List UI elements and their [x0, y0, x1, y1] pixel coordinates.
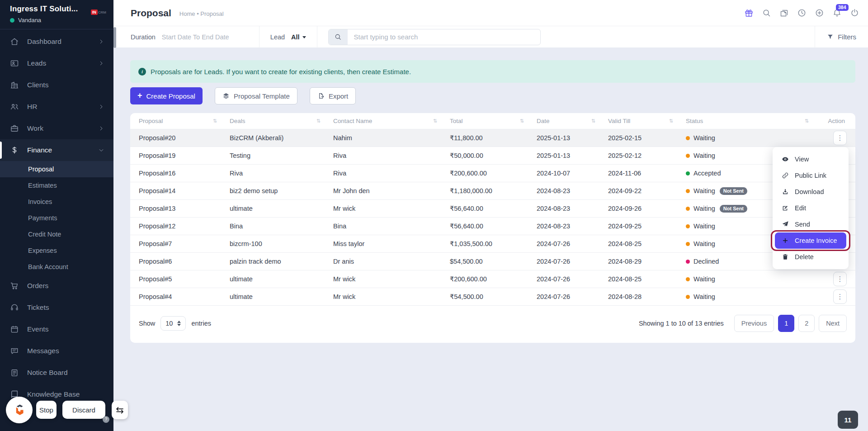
create-proposal-button[interactable]: + Create Proposal — [130, 87, 203, 104]
lead-dropdown[interactable]: All — [291, 33, 306, 41]
table-row[interactable]: Proposal#16RivaRiva₹200,600.002024-10-07… — [130, 165, 855, 182]
column-header-proposal[interactable]: Proposal⇅ — [139, 118, 230, 124]
sidebar-item-label: Finance — [27, 146, 52, 154]
sidebar-subitem-bank-account[interactable]: Bank Account — [0, 259, 113, 275]
status-label: Waiting — [693, 275, 715, 283]
sidebar-subitem-expenses[interactable]: Expenses — [0, 242, 113, 259]
row-actions-button[interactable]: ⋮ — [833, 272, 847, 286]
divider — [259, 26, 259, 48]
plus-circle-icon[interactable] — [815, 8, 824, 18]
column-header-action[interactable]: Action — [821, 118, 847, 124]
column-header-deals[interactable]: Deals⇅ — [230, 118, 333, 124]
column-header-status[interactable]: Status⇅ — [686, 118, 821, 124]
column-header-valid-till[interactable]: Valid Till⇅ — [608, 118, 686, 124]
cell-total: ₹56,640.00 — [450, 205, 537, 212]
sidebar-subitem-estimates[interactable]: Estimates — [0, 177, 113, 194]
page-1-button[interactable]: 1 — [778, 315, 794, 332]
status-label: Waiting — [693, 187, 715, 194]
sidebar-item-hr[interactable]: HR — [0, 96, 113, 118]
cell-proposal: Proposal#19 — [139, 152, 230, 159]
recorder-logo-button[interactable] — [6, 397, 33, 423]
help-badge: ? — [103, 416, 109, 423]
sidebar-item-dashboard[interactable]: Dashboard — [0, 31, 113, 52]
table-row[interactable]: Proposal#6palzin track demoDr anis$54,50… — [130, 253, 855, 270]
menu-item-create-invoice[interactable]: Create Invoice — [775, 232, 846, 249]
cell-date: 2024-07-26 — [537, 240, 608, 247]
sidebar: Ingress IT Soluti... Vandana INCRM Dashb… — [0, 0, 113, 431]
search-input[interactable] — [348, 33, 540, 41]
cell-date: 2024-08-23 — [537, 223, 608, 230]
menu-item-view[interactable]: View — [773, 151, 849, 167]
sidebar-item-events[interactable]: Events — [0, 318, 113, 340]
table-row[interactable]: Proposal#5ultimateMr wick₹200,600.002024… — [130, 270, 855, 288]
column-header-date[interactable]: Date⇅ — [537, 118, 608, 124]
status-label: Accepted — [693, 170, 721, 177]
sidebar-scrollbar[interactable] — [113, 27, 116, 48]
stop-button[interactable]: Stop — [36, 401, 57, 419]
row-actions-button[interactable]: ⋮ — [833, 289, 847, 304]
chevron-right-icon — [98, 104, 104, 110]
sidebar-subitem-credit-note[interactable]: Credit Note — [0, 226, 113, 242]
plus-icon: + — [137, 91, 142, 99]
menu-item-edit[interactable]: Edit — [773, 200, 849, 216]
table-row[interactable]: Proposal#12BinaBina₹56,640.002024-08-232… — [130, 218, 855, 235]
status-dot-icon — [686, 207, 690, 211]
not-sent-badge: Not Sent — [720, 187, 747, 195]
table-row[interactable]: Proposal#7bizcrm-100Miss taylor₹1,035,50… — [130, 235, 855, 253]
gift-icon[interactable] — [744, 8, 754, 18]
not-sent-badge: Not Sent — [720, 205, 747, 213]
sidebar-item-finance[interactable]: Finance — [0, 139, 113, 161]
swap-button[interactable]: ⇆ — [112, 401, 128, 419]
table-row[interactable]: Proposal#13ultimateMr wick₹56,640.002024… — [130, 200, 855, 218]
clock-icon[interactable] — [797, 8, 807, 18]
table-row[interactable]: Proposal#19TestingRiva₹50,000.002025-01-… — [130, 147, 855, 165]
filter-bar: Duration Lead All Filters — [113, 26, 868, 47]
menu-item-public-link[interactable]: Public Link — [773, 167, 849, 184]
sidebar-subitem-invoices[interactable]: Invoices — [0, 194, 113, 210]
page-size-select[interactable]: 10 — [160, 316, 186, 331]
menu-item-download[interactable]: Download — [773, 184, 849, 200]
row-actions-button[interactable]: ⋮ — [833, 131, 847, 145]
trash-icon — [782, 253, 789, 260]
table-row[interactable]: Proposal#14biz2 demo setupMr John den₹1,… — [130, 182, 855, 200]
swap-icon: ⇆ — [116, 405, 124, 416]
table-row[interactable]: Proposal#4ultimateMr wick₹54,500.002024-… — [130, 288, 855, 306]
next-page-button[interactable]: Next — [819, 315, 847, 332]
column-header-total[interactable]: Total⇅ — [450, 118, 537, 124]
table-row[interactable]: Proposal#20BizCRM (Akberali)Nahim₹11,800… — [130, 129, 855, 147]
sidebar-item-messages[interactable]: Messages — [0, 340, 113, 362]
search-icon[interactable] — [762, 8, 771, 18]
cell-proposal: Proposal#4 — [139, 293, 230, 300]
sidebar-subitem-proposal[interactable]: Proposal — [0, 161, 113, 177]
proposal-template-button[interactable]: Proposal Template — [215, 87, 297, 104]
eye-icon — [782, 156, 789, 163]
cell-deals: biz2 demo setup — [230, 187, 333, 194]
export-label: Export — [329, 92, 348, 100]
notes-icon[interactable] — [779, 8, 789, 18]
sidebar-item-leads[interactable]: Leads — [0, 52, 113, 74]
duration-input[interactable] — [162, 33, 259, 41]
power-icon[interactable] — [850, 8, 859, 18]
menu-item-send[interactable]: Send — [773, 216, 849, 232]
sidebar-item-work[interactable]: Work — [0, 118, 113, 139]
column-header-contact-name[interactable]: Contact Name⇅ — [333, 118, 450, 124]
export-button[interactable]: Export — [310, 87, 356, 104]
sidebar-item-clients[interactable]: Clients — [0, 74, 113, 96]
info-banner: i Proposals are for Leads. If you want t… — [130, 60, 855, 83]
sidebar-item-tickets[interactable]: Tickets — [0, 297, 113, 318]
sidebar-item-notice-board[interactable]: Notice Board — [0, 362, 113, 384]
bell-icon[interactable]: 384 — [832, 8, 842, 18]
sidebar-item-label: Work — [27, 124, 43, 133]
proposal-table-card: Proposal⇅Deals⇅Contact Name⇅Total⇅Date⇅V… — [130, 113, 855, 343]
content: i Proposals are for Leads. If you want t… — [113, 47, 868, 343]
sidebar-subitem-payments[interactable]: Payments — [0, 210, 113, 226]
cell-total: ₹1,180,000.00 — [450, 187, 537, 194]
previous-page-button[interactable]: Previous — [734, 315, 774, 332]
page-2-button[interactable]: 2 — [798, 315, 815, 332]
menu-item-delete[interactable]: Delete — [773, 249, 849, 265]
cell-total: $54,500.00 — [450, 258, 537, 265]
discard-button[interactable]: Discard — [62, 401, 105, 419]
sidebar-item-orders[interactable]: Orders — [0, 275, 113, 297]
filters-button[interactable]: Filters — [815, 26, 868, 48]
sort-icon: ⇅ — [316, 118, 321, 124]
